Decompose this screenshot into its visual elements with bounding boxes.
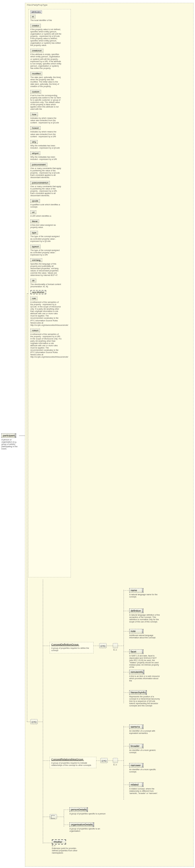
child-element-desc: An identifier of a concept with equivale… [129, 730, 160, 735]
sequence-compositor-icon [99, 643, 106, 648]
attribute-name[interactable]: creator [30, 24, 41, 28]
connector [118, 761, 124, 761]
attribute-name[interactable]: creatoruri [30, 49, 43, 53]
group-marker-icon [113, 643, 118, 648]
connector [43, 580, 43, 843]
attribute-name[interactable]: why [30, 140, 38, 144]
choice-child-box[interactable]: organisationDetails [69, 823, 94, 827]
attribute-name[interactable]: pubconstrainturi [30, 181, 50, 185]
any-other-label: ##other [54, 840, 62, 843]
child-element-desc: In NAR 1.8 and later, facet is deprecate… [129, 655, 160, 669]
attribute-name[interactable]: whyuri [30, 151, 40, 155]
child-element: narrowerAn identifier of a more specific… [129, 763, 160, 773]
attribute-name[interactable]: howuri [30, 126, 40, 130]
choice-child-desc: A group of properties specific to an org… [69, 828, 109, 832]
attribute-desc: The local identifier of the [30, 19, 62, 22]
connector [64, 810, 64, 827]
attribute-item: xml:langSpecifies the language of this p… [30, 258, 69, 277]
participant-box[interactable]: participant [1, 433, 16, 438]
connector [124, 765, 129, 766]
group-crg-title[interactable]: ConceptRelationshipsGroup [51, 758, 86, 761]
attribute-item: roleuriA refinement of the semantics of … [30, 329, 69, 359]
attribute-list: idThe local identifier of thecreatorIf t… [30, 15, 69, 358]
attribute-desc: The type of the concept assigned as cont… [30, 235, 62, 242]
attribute-name[interactable]: role [30, 297, 37, 300]
child-element: definitionA natural language definition … [129, 609, 160, 623]
choice-compositor-icon [50, 814, 57, 819]
attribute-item: typeuriThe type of the concept assigned … [30, 245, 69, 256]
stripe-icon [142, 725, 143, 729]
stripe-icon [142, 609, 143, 613]
connector [124, 631, 129, 631]
attributes-container: attributes idThe local identifier of the… [28, 9, 71, 577]
cardinality-label: 0..∞ [113, 649, 117, 651]
connector [38, 722, 43, 722]
connector [124, 590, 129, 591]
attribute-desc: A free-text value assigned as property v… [30, 224, 62, 228]
attribute-name[interactable]: uri [30, 210, 36, 214]
attribute-desc: A refinement of the semantics of the pro… [30, 301, 62, 327]
attribute-name[interactable]: qcode [30, 199, 40, 203]
attribute-name[interactable]: typeuri [30, 245, 40, 248]
child-element-box[interactable]: facet [129, 649, 143, 654]
child-element-box[interactable]: sameAs [129, 724, 143, 729]
sequence-compositor-icon [100, 758, 108, 763]
attribute-name[interactable]: pubconstraint [30, 163, 47, 166]
sequence-compositor-icon [30, 719, 38, 724]
choice-child-box[interactable]: personDetails [69, 807, 88, 812]
child-element-box[interactable]: hierarchyInfo [129, 690, 147, 695]
cardinality-label: 0..∞ [113, 764, 117, 766]
group-crg-desc: A group of properites required to indica… [51, 762, 94, 767]
attribute-item: howIndicates by which means the value wa… [30, 113, 69, 124]
attribute-item: whyWhy the metadata has been included - … [30, 140, 69, 149]
attribute-name[interactable]: modified [30, 72, 42, 75]
group-cdg-title[interactable]: ConceptDefinitionGroup [51, 643, 81, 646]
child-element-box[interactable]: note [129, 629, 143, 633]
child-element-desc: An identifier of a more generic concept. [129, 749, 160, 754]
stripe-icon [142, 588, 143, 592]
choice-child-desc: A group of properties specific to a pers… [69, 813, 105, 815]
any-other-box[interactable]: ##other [52, 839, 66, 844]
child-element-box[interactable]: definition [129, 609, 143, 613]
connector [124, 726, 124, 800]
attribute-item: dirThe directionality of textual content… [30, 279, 69, 288]
child-element: nameA natural language name for the conc… [129, 588, 160, 598]
child-element-box[interactable]: narrower [129, 763, 143, 768]
attribute-desc: One or many constraints that apply to pu… [30, 185, 62, 197]
connector [43, 843, 52, 843]
any-other-element: ##other 0..∞ Extension point for provide… [52, 839, 83, 854]
stripe-icon [143, 670, 144, 674]
attribute-name[interactable]: how [30, 113, 38, 116]
attribute-desc: If the attribute is empty, specifies whi… [30, 53, 62, 69]
child-element-box[interactable]: broader [129, 744, 143, 748]
stripe-icon [87, 808, 88, 812]
connector [124, 746, 129, 746]
child-element-box[interactable]: related [129, 782, 143, 787]
connector [124, 590, 124, 703]
attribute-desc: If set to true the corresponding propert… [30, 94, 62, 110]
attribute-item: customIf set to true the corresponding p… [30, 90, 69, 110]
attribute-desc: Indicates by which means the value was e… [30, 117, 62, 124]
child-element-box[interactable]: remoteInfo [129, 670, 144, 674]
attribute-name[interactable]: literal [30, 219, 39, 223]
child-element-desc: Additional natural language information … [129, 634, 160, 639]
attribute-desc: If the property value is not defined, sp… [30, 28, 62, 46]
child-element-desc: A related concept, where the relationshi… [129, 788, 160, 795]
attribute-item: roleA refinement of the semantics of the… [30, 297, 69, 327]
connector [124, 611, 129, 611]
stripe-icon [85, 758, 86, 761]
connector [124, 727, 129, 727]
attribute-name[interactable]: any ##other [30, 290, 46, 294]
attribute-item: typeThe type of the concept assigned as … [30, 231, 69, 242]
child-element-box[interactable]: name [129, 588, 143, 593]
attribute-name[interactable]: custom [30, 90, 41, 94]
attribute-name[interactable]: type [30, 231, 38, 235]
stripe-icon [142, 744, 143, 748]
stripe-icon [145, 690, 147, 694]
attribute-name[interactable]: roleuri [30, 329, 40, 332]
attribute-name[interactable]: dir [30, 279, 36, 282]
attribute-item: howuriIndicates by which means the value… [30, 126, 69, 137]
attribute-name[interactable]: id [30, 15, 35, 19]
connector [118, 646, 124, 646]
attribute-name[interactable]: xml:lang [30, 258, 42, 262]
